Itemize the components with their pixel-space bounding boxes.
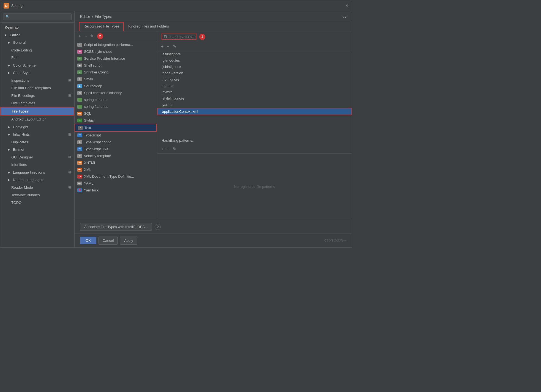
list-item[interactable]: SQL SQL (75, 110, 157, 117)
sidebar-item-live-templates[interactable]: Live Templates (0, 99, 74, 107)
sidebar-item-copyright[interactable]: ▶ Copyright (0, 123, 74, 131)
list-item[interactable]: XML XML (75, 166, 157, 173)
apply-button[interactable]: Apply (120, 237, 137, 245)
sidebar-item-language-injections[interactable]: ▶ Language Injections ⊞ (0, 169, 74, 176)
sidebar-item-code-editing[interactable]: Code Editing (0, 46, 74, 54)
file-encodings-label: File Encodings (11, 93, 35, 98)
list-item[interactable]: S Stylus (75, 117, 157, 124)
inlay-hints-arrow: ▶ (8, 132, 11, 136)
watermark: CSDN @叹鸣~~ (324, 239, 346, 243)
reader-mode-label: Reader Mode (11, 185, 33, 190)
sidebar-item-textmate[interactable]: TextMate Bundles (0, 191, 74, 199)
sidebar-item-inspections[interactable]: Inspections ⊞ (0, 77, 74, 84)
remove-hashbang-button[interactable]: − (166, 146, 170, 152)
list-item[interactable]: ≡ Script of integration performa... (75, 41, 157, 48)
titlebar: IJ Settings ✕ (0, 0, 352, 11)
sidebar-item-font[interactable]: Font (0, 54, 74, 62)
list-item[interactable]: ≡ Service Provider Interface (75, 55, 157, 62)
list-item[interactable]: DTD XML Document Type Definitio... (75, 173, 157, 180)
list-item[interactable]: 🌿 spring.factories (75, 103, 157, 110)
list-item[interactable]: YML YAML (75, 180, 157, 187)
sidebar-item-code-style[interactable]: ▶ Code Style (0, 69, 74, 77)
close-button[interactable]: ✕ (345, 3, 349, 8)
associate-button[interactable]: Associate File Types with IntelliJ IDEA.… (80, 223, 152, 231)
sidebar-item-gui-designer[interactable]: GUI Designer ⊞ (0, 153, 74, 161)
add-pattern-button[interactable]: + (160, 43, 165, 50)
add-file-type-button[interactable]: + (77, 33, 82, 39)
list-item[interactable]: AZ Spell checker dictionary (75, 89, 157, 96)
list-item[interactable]: ▶ SourceMap (75, 83, 157, 89)
sidebar-item-todo[interactable]: TODO (0, 199, 74, 207)
keymap-label: Keymap (5, 25, 19, 30)
list-item-text-selected[interactable]: ≡ Text 3 (75, 124, 157, 132)
search-input[interactable] (3, 13, 72, 20)
tab-ignored[interactable]: Ignored Files and Folders (124, 22, 173, 31)
list-item[interactable]: HTM XHTML (75, 159, 157, 166)
file-icon: 🌿 (77, 105, 82, 109)
nav-back-button[interactable]: ‹ (342, 14, 344, 19)
sidebar-item-emmet[interactable]: ▶ Emmet (0, 146, 74, 153)
inspections-icon: ⊞ (68, 78, 71, 83)
code-style-arrow: ▶ (8, 71, 11, 75)
file-item-label: XML Document Type Definitio... (84, 174, 134, 179)
file-item-label: spring.binders (84, 98, 106, 102)
list-item[interactable]: S Smali (75, 76, 157, 83)
hashbang-patterns-section: HashBang patterns: + − ✎ No registered f… (157, 136, 352, 220)
sidebar-item-editor[interactable]: ▾ Editor (0, 31, 74, 39)
list-item[interactable]: .nvmrc (157, 89, 352, 95)
list-item[interactable]: ≡ Shrinker Config (75, 69, 157, 76)
pattern-list: .eslintignore .gitmodules .jshintignore … (157, 51, 352, 136)
list-item[interactable]: .yarnrc (157, 102, 352, 108)
sidebar-item-general[interactable]: ▶ General (0, 39, 74, 46)
edit-pattern-button[interactable]: ✎ (172, 43, 177, 50)
list-item[interactable]: TX TypeScript JSX (75, 146, 157, 152)
add-hashbang-button[interactable]: + (160, 146, 165, 152)
list-item[interactable]: .gitmodules (157, 57, 352, 64)
sidebar-tree: Keymap ▾ Editor ▶ General Code Editing (0, 23, 74, 247)
sidebar-item-natural-languages[interactable]: ▶ Natural Languages (0, 176, 74, 184)
nav-forward-button[interactable]: › (345, 14, 346, 19)
list-item[interactable]: 🌿 spring.binders (75, 96, 157, 103)
list-item[interactable]: 🧶 Yarn lock (75, 187, 157, 194)
ok-button[interactable]: OK (80, 237, 96, 244)
general-arrow: ▶ (8, 40, 11, 45)
tab-recognized[interactable]: Recognized File Types (79, 22, 124, 31)
list-item[interactable]: .jshintignore (157, 64, 352, 70)
list-item-selected[interactable]: applicationContext.xml 5 (157, 108, 352, 115)
sidebar-item-android-layout[interactable]: Android Layout Editor (0, 116, 74, 123)
emmet-arrow: ▶ (8, 147, 11, 152)
list-item[interactable]: ⚙ TypeScript config (75, 139, 157, 146)
file-types-toolbar: + − ✎ 2 (75, 31, 157, 41)
list-item[interactable]: .node-version (157, 70, 352, 76)
sidebar-item-file-types[interactable]: File Types 1 (0, 107, 74, 116)
sidebar-item-keymap[interactable]: Keymap (0, 24, 74, 31)
sidebar-item-file-code-templates[interactable]: File and Code Templates (0, 84, 74, 92)
sidebar-item-duplicates[interactable]: Duplicates (0, 138, 74, 146)
sidebar-item-inlay-hints[interactable]: ▶ Inlay Hints ⊞ (0, 131, 74, 138)
lang-inj-label: Language Injections (13, 170, 45, 175)
breadcrumb-parent: Editor (80, 14, 90, 19)
sidebar-item-reader-mode[interactable]: Reader Mode ⊞ (0, 184, 74, 191)
file-icon: ▶ (77, 84, 82, 88)
help-icon[interactable]: ? (155, 224, 161, 230)
cancel-button[interactable]: Cancel (99, 237, 118, 245)
file-item-label: Shell script (84, 63, 102, 67)
remove-pattern-button[interactable]: − (166, 43, 170, 50)
list-item[interactable]: .stylelintignore (157, 95, 352, 102)
list-item[interactable]: .npmrc (157, 83, 352, 89)
sidebar-item-file-encodings[interactable]: File Encodings ⊞ (0, 92, 74, 100)
list-item[interactable]: Ss SCSS style sheet (75, 48, 157, 55)
editor-arrow: ▾ (5, 33, 8, 37)
sidebar-item-intentions[interactable]: Intentions (0, 161, 74, 169)
breadcrumb-separator: › (92, 14, 93, 19)
sidebar-item-color-scheme[interactable]: ▶ Color Scheme (0, 62, 74, 69)
edit-hashbang-button[interactable]: ✎ (172, 146, 177, 152)
list-item[interactable]: V Velocity template (75, 152, 157, 159)
list-item[interactable]: ▶ Shell script (75, 62, 157, 69)
file-item-label: XML (84, 168, 91, 172)
list-item[interactable]: .eslintignore (157, 51, 352, 57)
list-item[interactable]: .npmignore (157, 76, 352, 83)
list-item[interactable]: TS TypeScript (75, 132, 157, 139)
remove-file-type-button[interactable]: − (83, 33, 88, 39)
edit-file-type-button[interactable]: ✎ (89, 33, 95, 39)
